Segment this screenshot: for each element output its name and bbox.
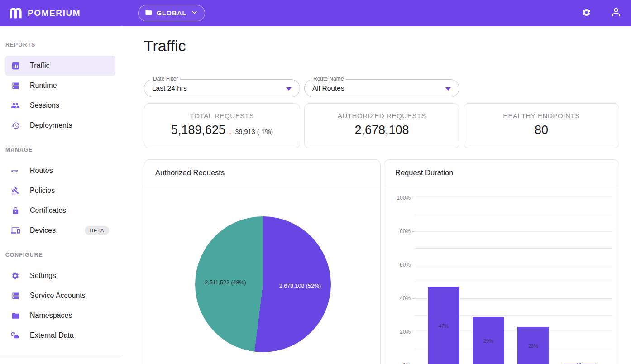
arrow-down-icon: ↓ [229,128,232,135]
sidebar-item-sessions[interactable]: Sessions [5,96,115,115]
settings-button[interactable] [578,5,595,22]
sidebar-item-runtime[interactable]: Runtime [5,76,115,96]
filter-bar: Date Filter Last 24 hrs Route Name All R… [144,79,459,97]
request-duration-chart-card: Request Duration 100%80%60%40%20%0%47%29… [384,159,619,364]
beta-badge: BETA [85,226,109,235]
sidebar-item-policies[interactable]: Policies [5,181,115,201]
sidebar-item-label: Policies [30,187,55,195]
sidebar-section-manage: MANAGE [5,147,33,153]
sidebar-item-certificates[interactable]: Certificates [5,201,115,220]
gear-icon [582,8,591,19]
sidebar-item-label: External Data [30,331,74,340]
chart-title: Request Duration [384,160,619,186]
chevron-down-icon [191,9,198,18]
sidebar-item-label: Settings [30,272,56,280]
y-axis-tick-label: 0% [388,362,411,364]
people-icon [11,101,20,110]
sidebar-item-label: Sessions [30,101,59,110]
chart-title: Authorized Requests [144,160,380,186]
pomerium-console: POMERIUM GLOBAL [0,0,631,364]
top-bar-actions [578,0,625,26]
sidebar-item-devices[interactable]: Devices BETA [5,220,115,240]
y-axis-tick [412,298,414,299]
brand-name: POMERIUM [28,8,81,18]
sidebar-item-label: Runtime [30,81,57,90]
sidebar-item-namespaces[interactable]: Namespaces [5,306,115,326]
page-title: Traffic [144,37,186,55]
bar-chart-plot[interactable]: 100%80%60%40%20%0%47%29%23%1% [384,186,619,364]
sidebar-item-service-accounts[interactable]: Service Accounts [5,286,115,306]
folder-icon [11,311,20,320]
sidebar-item-label: Routes [30,167,53,175]
y-axis-tick [412,231,414,232]
stat-value: 5,189,625 [171,123,225,137]
server-stack-icon [11,81,20,90]
stat-cards: TOTAL REQUESTS 5,189,625 ↓ -39,913 (-1%)… [144,103,619,148]
top-bar: POMERIUM GLOBAL [0,0,631,26]
route-name-select[interactable]: Route Name All Routes [304,79,459,97]
sidebar-section-reports: REPORTS [5,42,35,48]
cloud-sync-icon [11,331,20,340]
pie-slice-label: 2,511,522 (48%) [205,279,246,286]
stat-label: HEALTHY ENDPOINTS [503,112,580,120]
gridline [415,215,612,215]
sidebar-item-settings[interactable]: Settings [5,266,115,286]
http-icon: HTTP [11,166,20,175]
date-filter-value: Last 24 hrs [152,80,187,97]
healthy-endpoints-card: HEALTHY ENDPOINTS 80 [464,103,619,148]
y-axis-tick-label: 80% [388,228,411,235]
sidebar-section-configure: CONFIGURE [5,252,43,258]
bar-value-label: 23% [528,343,538,349]
pie-chart[interactable]: 2,511,522 (48%) 2,678,108 (52%) [195,216,331,352]
bar-value-label: 1% [576,362,583,364]
bar-chart-icon [11,61,20,70]
gear-icon [11,271,20,280]
sidebar-item-label: Traffic [30,62,50,70]
person-icon [610,6,622,20]
sidebar-item-external-data[interactable]: External Data [5,326,115,345]
dropdown-arrow-icon [286,87,292,91]
total-requests-card: TOTAL REQUESTS 5,189,625 ↓ -39,913 (-1%) [144,103,300,148]
sidebar-item-label: Certificates [30,206,66,215]
stat-value: 80 [535,123,548,137]
server-stack-icon [11,291,20,300]
gridline [415,265,612,265]
brand-logo[interactable]: POMERIUM [8,5,81,21]
sidebar-item-traffic[interactable]: Traffic [5,56,115,76]
authorized-requests-chart-card: Authorized Requests 2,511,522 (48%) 2,67… [144,159,381,364]
sidebar-item-routes[interactable]: HTTP Routes [5,161,115,181]
stat-label: TOTAL REQUESTS [190,112,254,120]
route-name-value: All Routes [312,80,344,97]
devices-icon [11,226,20,235]
date-filter-select[interactable]: Date Filter Last 24 hrs [144,79,300,97]
dropdown-arrow-icon [445,87,451,91]
y-axis-tick [412,265,414,265]
y-axis-tick-label: 40% [388,295,411,302]
namespace-label: GLOBAL [157,10,186,17]
y-axis-tick-label: 100% [388,195,411,201]
main-content: Traffic Date Filter Last 24 hrs Route Na… [122,26,631,364]
sidebar-item-label: Service Accounts [30,292,86,300]
authorized-requests-card: AUTHORIZED REQUESTS 2,678,108 [304,103,459,148]
sidebar-item-deployments[interactable]: Deployments [5,115,115,135]
svg-text:HTTP: HTTP [11,170,18,172]
pie-slice-label: 2,678,108 (52%) [279,283,321,289]
y-axis-tick [412,198,414,198]
gridline [415,248,612,249]
user-menu-button[interactable] [607,5,625,22]
stat-label: AUTHORIZED REQUESTS [338,112,426,120]
gridline [415,231,612,232]
sidebar-divider [0,358,122,358]
pomerium-bridge-icon [8,5,23,21]
y-axis-tick-label: 20% [388,329,411,335]
stat-delta: ↓ -39,913 (-1%) [229,128,273,135]
history-clock-icon [11,121,20,130]
folder-icon [145,9,153,18]
y-axis-tick [412,332,414,332]
namespace-selector[interactable]: GLOBAL [138,5,205,21]
gridline [415,198,612,198]
stat-value: 2,678,108 [354,123,409,137]
sidebar-item-label: Deployments [30,121,72,129]
lock-icon [11,206,20,215]
gridline [415,282,612,282]
